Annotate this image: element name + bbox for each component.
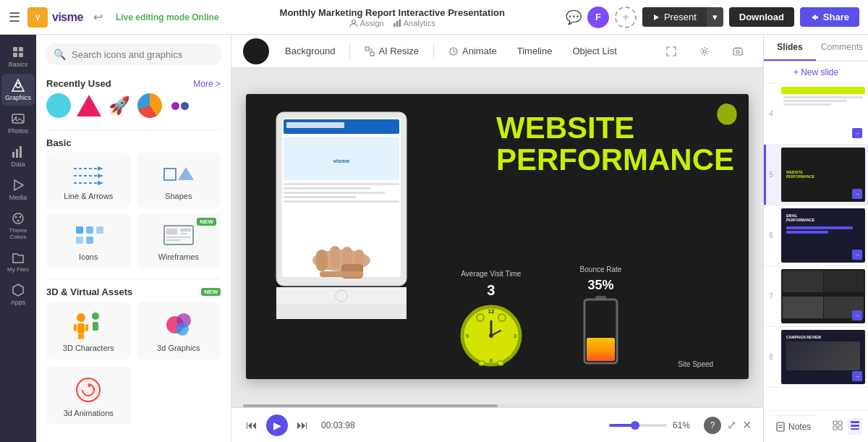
- present-dropdown-button[interactable]: ▾: [707, 7, 723, 27]
- ai-resize-button[interactable]: AI Resize: [356, 42, 427, 60]
- slide-snap-8: →: [852, 371, 862, 381]
- category-card-3d-graphics[interactable]: 3d Graphics: [137, 302, 221, 360]
- zoom-thumb[interactable]: [631, 421, 639, 430]
- svg-rect-101: [838, 421, 842, 425]
- category-card-lines-arrows[interactable]: Line & Arrows: [46, 153, 131, 208]
- svg-point-58: [703, 50, 706, 53]
- resize-icon-btn[interactable]: [658, 43, 685, 60]
- expand-button[interactable]: ⤢: [727, 418, 736, 432]
- help-button[interactable]: ?: [704, 417, 721, 434]
- background-button[interactable]: Background: [276, 42, 344, 60]
- skip-back-button[interactable]: ⏮: [243, 416, 260, 435]
- recent-item-triangle[interactable]: [77, 93, 101, 118]
- sidebar-item-apps[interactable]: Apps: [1, 279, 35, 310]
- zoom-track[interactable]: [609, 424, 667, 427]
- recent-item-rocket[interactable]: 🚀: [107, 93, 132, 118]
- skip-forward-button[interactable]: ⏭: [294, 416, 311, 435]
- svg-rect-44: [77, 323, 85, 333]
- undo-button[interactable]: ↩: [93, 10, 103, 24]
- new-slide-button[interactable]: + New slide: [764, 61, 868, 84]
- list-view-button[interactable]: [830, 418, 845, 435]
- svg-rect-32: [76, 226, 83, 234]
- metric1-value: 3: [487, 282, 495, 299]
- canvas-circle-preview: [243, 38, 269, 64]
- slide-thumb-5[interactable]: 5 WEBSITEPERFORMANCE →: [764, 145, 868, 205]
- svg-rect-93: [498, 361, 503, 365]
- svg-rect-35: [76, 237, 83, 244]
- close-button[interactable]: ✕: [742, 418, 752, 432]
- category-card-icons[interactable]: Icons: [46, 213, 131, 268]
- threed-title: 3D & Virtual Assets: [46, 286, 132, 297]
- grid-view-button[interactable]: [848, 418, 862, 435]
- svg-text:9: 9: [466, 333, 469, 339]
- tab-slides[interactable]: Slides: [764, 35, 816, 61]
- search-icon: 🔍: [54, 48, 66, 60]
- svg-point-43: [77, 313, 85, 322]
- slide-thumb-4[interactable]: 4 →: [764, 84, 868, 145]
- search-input[interactable]: [72, 49, 213, 60]
- share-button[interactable]: Share: [800, 7, 859, 27]
- comment-icon[interactable]: 💬: [566, 9, 582, 25]
- progress-bar[interactable]: [243, 404, 752, 407]
- sidebar-item-theme-colors[interactable]: Theme Colors: [1, 207, 35, 245]
- settings-icon-btn[interactable]: [691, 43, 718, 60]
- svg-rect-16: [16, 149, 18, 158]
- add-user-button[interactable]: +: [615, 7, 637, 28]
- category-card-wireframes[interactable]: NEW Wireframes: [137, 213, 221, 268]
- svg-rect-46: [85, 324, 88, 331]
- category-card-shapes[interactable]: Shapes: [137, 153, 221, 208]
- 3d-characters-label: 3D Characters: [54, 344, 124, 352]
- slide-snap-6: →: [852, 250, 862, 260]
- analytics-link[interactable]: Analytics: [393, 19, 435, 27]
- recent-item-circle[interactable]: [46, 93, 71, 118]
- search-box[interactable]: 🔍: [45, 43, 222, 65]
- slide-thumb-8[interactable]: 8 CAMPAIGN REVIEW →: [764, 327, 868, 388]
- camera-icon-btn[interactable]: [724, 43, 752, 60]
- canvas-bottom-bar: ⏮ ▶ ⏭ 00:03:98 61% ? ⤢ ✕: [231, 407, 763, 442]
- clock-graphic: 12 3 6 9: [459, 303, 524, 368]
- category-card-3d-animations[interactable]: 3d Animations: [46, 367, 131, 425]
- sidebar-item-data[interactable]: Data: [1, 140, 35, 172]
- recent-item-dots[interactable]: [168, 93, 192, 118]
- animate-button[interactable]: Animate: [440, 42, 506, 60]
- sidebar-item-media[interactable]: Media: [1, 174, 35, 205]
- sidebar-label-apps: Apps: [11, 299, 26, 306]
- svg-marker-31: [178, 167, 194, 180]
- title-sub-actions: Assign Analytics: [226, 19, 558, 27]
- object-list-button[interactable]: Object List: [563, 42, 625, 60]
- sidebar-item-photos[interactable]: Photos: [1, 107, 35, 139]
- toolbar-separator-2: [433, 43, 434, 59]
- sidebar-item-graphics[interactable]: Graphics: [1, 74, 35, 106]
- download-button[interactable]: Download: [729, 7, 794, 27]
- slide-thumb-7[interactable]: 7 →: [764, 266, 868, 327]
- sidebar-item-basics[interactable]: Basics: [1, 41, 35, 72]
- assign-link[interactable]: Assign: [349, 19, 384, 27]
- svg-text:V: V: [35, 14, 41, 22]
- slide-canvas[interactable]: visme: [246, 94, 749, 379]
- sidebar-label-photos: Photos: [8, 127, 28, 135]
- recently-used-title: Recently Used: [46, 78, 111, 89]
- menu-icon[interactable]: ☰: [9, 9, 20, 25]
- more-recently-used-button[interactable]: More >: [193, 79, 221, 89]
- slide-preview-6: EMAILPERFORMANCE →: [781, 208, 865, 263]
- recent-item-pie[interactable]: [137, 93, 162, 118]
- timeline-button[interactable]: Timeline: [509, 42, 561, 60]
- svg-rect-59: [733, 48, 742, 55]
- svg-marker-6: [654, 14, 659, 20]
- divider-1: [46, 129, 221, 130]
- tab-comments[interactable]: Comments: [816, 35, 868, 61]
- icons-label: Icons: [54, 252, 124, 261]
- play-button[interactable]: ▶: [266, 415, 288, 436]
- slide-thumb-6[interactable]: 6 EMAILPERFORMANCE →: [764, 205, 868, 266]
- metric-visit-time: Average Visit Time 3 12 3 6 9: [459, 270, 524, 368]
- lines-arrows-label: Line & Arrows: [54, 192, 124, 200]
- svg-rect-36: [86, 237, 93, 244]
- notes-button[interactable]: Notes: [770, 415, 817, 438]
- svg-text:visme: visme: [333, 158, 350, 164]
- zoom-fill: [609, 424, 632, 427]
- category-card-3d-characters[interactable]: 3D Characters: [46, 302, 131, 360]
- svg-rect-33: [86, 226, 93, 234]
- present-button[interactable]: Present: [642, 7, 707, 27]
- svg-point-60: [736, 50, 739, 53]
- sidebar-item-my-files[interactable]: My Files: [1, 246, 35, 277]
